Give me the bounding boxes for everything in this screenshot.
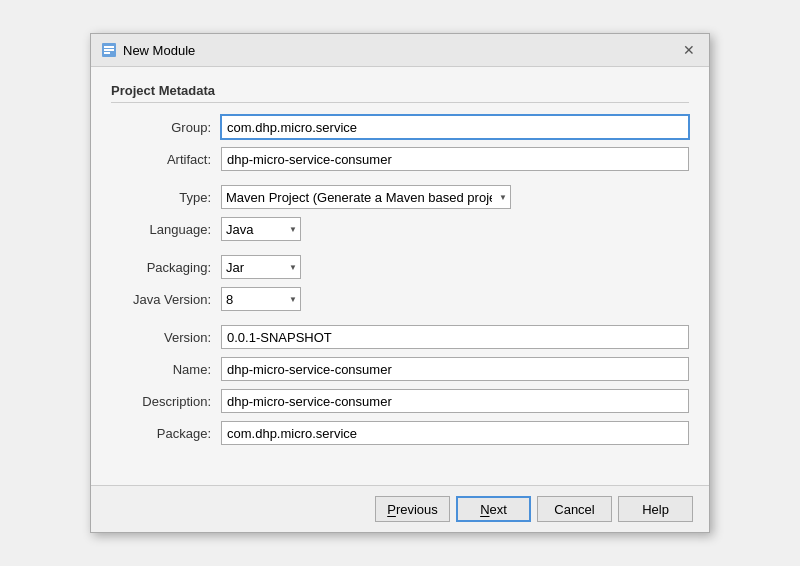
- type-label: Type:: [111, 190, 221, 205]
- help-label: Help: [642, 502, 669, 517]
- version-row: Version:: [111, 325, 689, 349]
- cancel-label: Cancel: [554, 502, 594, 517]
- type-row: Type: Maven Project (Generate a Maven ba…: [111, 185, 689, 209]
- title-bar-left: New Module: [101, 42, 195, 58]
- artifact-input[interactable]: [221, 147, 689, 171]
- new-module-dialog: New Module ✕ Project Metadata Group: Art…: [90, 33, 710, 533]
- java-version-select[interactable]: 8 11 17: [221, 287, 301, 311]
- package-input[interactable]: [221, 421, 689, 445]
- java-version-select-wrapper: 8 11 17: [221, 287, 301, 311]
- package-label: Package:: [111, 426, 221, 441]
- next-button[interactable]: Next: [456, 496, 531, 522]
- language-select[interactable]: Java Kotlin Groovy: [221, 217, 301, 241]
- language-select-wrapper: Java Kotlin Groovy: [221, 217, 301, 241]
- description-row: Description:: [111, 389, 689, 413]
- package-row: Package:: [111, 421, 689, 445]
- section-header: Project Metadata: [111, 83, 689, 103]
- type-select[interactable]: Maven Project (Generate a Maven based pr…: [221, 185, 511, 209]
- svg-rect-1: [104, 46, 114, 48]
- artifact-row: Artifact:: [111, 147, 689, 171]
- description-input[interactable]: [221, 389, 689, 413]
- previous-button[interactable]: Previous: [375, 496, 450, 522]
- help-button[interactable]: Help: [618, 496, 693, 522]
- packaging-label: Packaging:: [111, 260, 221, 275]
- packaging-select[interactable]: Jar War: [221, 255, 301, 279]
- svg-rect-2: [104, 49, 114, 51]
- dialog-body: Project Metadata Group: Artifact: Type: …: [91, 67, 709, 485]
- dialog-footer: Previous Next Cancel Help: [91, 485, 709, 532]
- close-button[interactable]: ✕: [679, 40, 699, 60]
- dialog-title: New Module: [123, 43, 195, 58]
- module-icon: [101, 42, 117, 58]
- group-row: Group:: [111, 115, 689, 139]
- artifact-label: Artifact:: [111, 152, 221, 167]
- packaging-select-wrapper: Jar War: [221, 255, 301, 279]
- svg-rect-3: [104, 52, 110, 54]
- next-label: Next: [480, 502, 507, 517]
- version-label: Version:: [111, 330, 221, 345]
- title-bar: New Module ✕: [91, 34, 709, 67]
- name-row: Name:: [111, 357, 689, 381]
- name-input[interactable]: [221, 357, 689, 381]
- packaging-row: Packaging: Jar War: [111, 255, 689, 279]
- java-version-label: Java Version:: [111, 292, 221, 307]
- name-label: Name:: [111, 362, 221, 377]
- language-row: Language: Java Kotlin Groovy: [111, 217, 689, 241]
- description-label: Description:: [111, 394, 221, 409]
- cancel-button[interactable]: Cancel: [537, 496, 612, 522]
- java-version-row: Java Version: 8 11 17: [111, 287, 689, 311]
- language-label: Language:: [111, 222, 221, 237]
- type-select-wrapper: Maven Project (Generate a Maven based pr…: [221, 185, 511, 209]
- version-input[interactable]: [221, 325, 689, 349]
- group-input[interactable]: [221, 115, 689, 139]
- previous-label: Previous: [387, 502, 438, 517]
- group-label: Group:: [111, 120, 221, 135]
